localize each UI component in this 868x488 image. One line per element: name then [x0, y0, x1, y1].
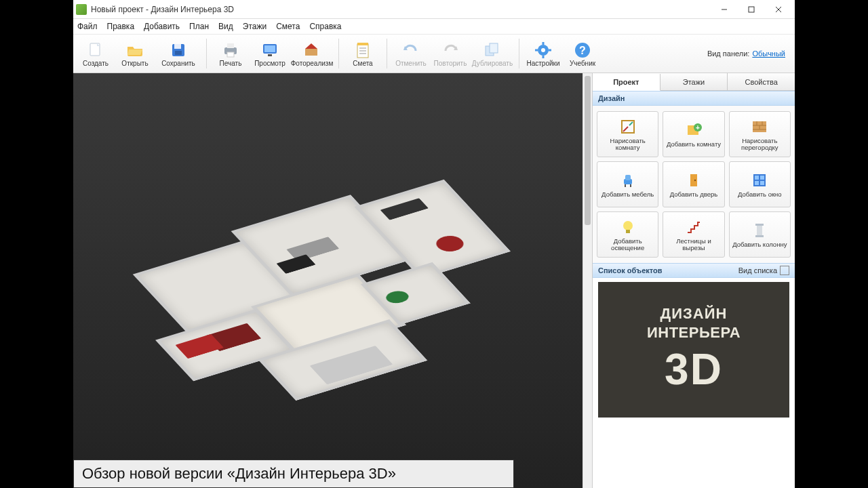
undo-icon [401, 41, 420, 59]
titlebar: Новый проект - Дизайн Интерьера 3D [73, 0, 795, 19]
svg-rect-11 [227, 52, 234, 57]
menu-plan[interactable]: План [189, 22, 209, 31]
add-room-icon: + [685, 121, 703, 139]
stairs-cutouts-button[interactable]: Лестницы и вырезы [663, 211, 724, 258]
tab-project[interactable]: Проект [593, 74, 660, 91]
app-icon [76, 4, 87, 15]
estimate-button[interactable]: Смета [343, 36, 382, 71]
viewport-3d[interactable]: Обзор новой версии «Дизайн Интерьера 3D» [73, 73, 593, 488]
menu-add[interactable]: Добавить [144, 22, 180, 31]
help-button[interactable]: ? Учебник [563, 36, 602, 71]
svg-rect-13 [264, 45, 275, 52]
menu-floors[interactable]: Этажи [243, 22, 267, 31]
add-furniture-button[interactable]: Добавить мебель [597, 161, 658, 207]
minimize-button[interactable] [711, 1, 738, 18]
svg-rect-15 [305, 49, 317, 56]
floorplan-render [110, 155, 555, 394]
svg-rect-18 [357, 43, 368, 45]
svg-rect-54 [626, 230, 630, 233]
close-button[interactable] [765, 1, 792, 18]
add-window-button[interactable]: Добавить окно [729, 161, 791, 207]
svg-rect-55 [757, 224, 762, 237]
svg-rect-45 [625, 175, 631, 180]
dropdown-icon [176, 52, 181, 56]
toolbar: Создать Открыть Сохранить Печать Просмот… [73, 34, 795, 73]
maximize-button[interactable] [738, 1, 765, 18]
stairs-icon [685, 218, 703, 236]
bulb-icon [619, 218, 637, 236]
brick-wall-icon [751, 118, 768, 136]
add-door-button[interactable]: Добавить дверь [663, 161, 724, 207]
create-button[interactable]: Создать [76, 36, 115, 71]
logo-panel: ДИЗАЙН ИНТЕРЬЕРА 3D [598, 282, 789, 418]
notepad-icon [353, 41, 372, 59]
draw-room-button[interactable]: Нарисовать комнату [597, 111, 658, 157]
svg-rect-48 [690, 174, 697, 186]
menu-help[interactable]: Справка [309, 22, 341, 31]
settings-button[interactable]: Настройки [524, 36, 563, 71]
list-view-label: Вид списка [738, 266, 777, 274]
open-button[interactable]: Открыть [115, 36, 155, 71]
svg-rect-1 [749, 7, 754, 12]
undo-button[interactable]: Отменить [391, 36, 431, 71]
monitor-icon [260, 41, 279, 59]
add-room-button[interactable]: +Добавить комнату [663, 111, 724, 157]
svg-rect-56 [755, 224, 764, 226]
svg-text:?: ? [579, 45, 586, 56]
menu-view[interactable]: Вид [218, 22, 233, 31]
new-file-icon [86, 41, 105, 59]
window-title: Новый проект - Дизайн Интерьера 3D [91, 5, 711, 14]
viewport-scrollbar[interactable] [583, 73, 592, 488]
svg-rect-14 [268, 54, 272, 56]
menubar: Файл Правка Добавить План Вид Этажи Смет… [73, 19, 795, 34]
help-icon: ? [573, 41, 592, 59]
svg-rect-25 [490, 43, 498, 53]
menu-estimate[interactable]: Смета [276, 22, 300, 31]
svg-point-53 [623, 221, 633, 230]
video-caption: Обзор новой версии «Дизайн Интерьера 3D» [73, 460, 514, 488]
column-icon [751, 222, 768, 239]
save-button[interactable]: Сохранить [155, 36, 202, 71]
menu-file[interactable]: Файл [77, 22, 98, 31]
svg-point-27 [541, 48, 545, 52]
redo-button[interactable]: Повторить [431, 36, 470, 71]
svg-text:+: + [696, 124, 700, 131]
tab-properties[interactable]: Свойства [728, 73, 795, 90]
panel-mode-label: Вид панели: [707, 49, 749, 58]
photoreal-button[interactable]: Фотореализм [290, 36, 334, 71]
chair-icon [619, 171, 637, 189]
duplicate-icon [483, 41, 502, 59]
print-button[interactable]: Печать [211, 36, 250, 71]
svg-rect-57 [755, 235, 764, 237]
folder-open-icon [125, 41, 144, 59]
draw-partition-button[interactable]: Нарисовать перегородку [729, 111, 791, 157]
svg-rect-10 [227, 43, 234, 48]
tab-floors[interactable]: Этажи [660, 73, 728, 90]
printer-icon [221, 41, 240, 59]
redo-icon [441, 41, 460, 59]
gear-icon [534, 41, 553, 59]
panel-mode-link[interactable]: Обычный [752, 49, 785, 58]
add-column-button[interactable]: Добавить колонну [729, 211, 791, 258]
add-lighting-button[interactable]: Добавить освещение [597, 211, 658, 258]
list-view-icon[interactable] [780, 266, 789, 275]
preview-button[interactable]: Просмотр [250, 36, 290, 71]
svg-rect-7 [174, 44, 181, 49]
pencil-room-icon [619, 118, 637, 136]
window-icon [751, 171, 768, 189]
duplicate-button[interactable]: Дублировать [470, 36, 515, 71]
right-panel: Проект Этажи Свойства Дизайн Нарисовать … [593, 73, 795, 488]
objects-header: Список объектов Вид списка [593, 263, 795, 278]
save-icon [169, 41, 188, 59]
door-icon [685, 171, 703, 189]
render-icon [302, 41, 321, 59]
svg-point-49 [694, 179, 696, 180]
svg-marker-16 [305, 43, 317, 49]
design-header: Дизайн [593, 91, 795, 106]
menu-edit[interactable]: Правка [107, 22, 135, 31]
